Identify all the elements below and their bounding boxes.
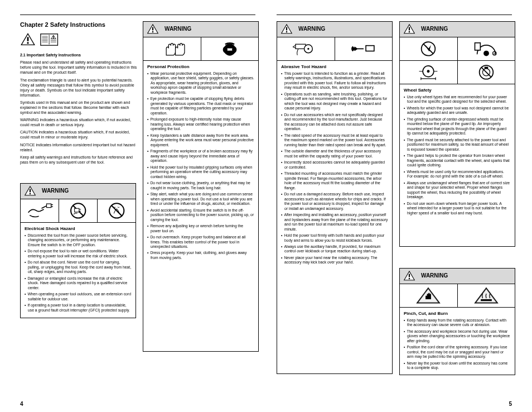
svg-rect-38 — [409, 27, 410, 30]
list-item: Incorrectly sized accessories cannot be … — [281, 160, 388, 170]
list-item: Do not expose the tool to rain or wet co… — [25, 249, 132, 258]
warning-box-personal: WARNING Personal Protection Wear persona… — [143, 21, 259, 352]
warning-header: WARNING — [143, 22, 258, 37]
list-item: Do not use a damaged accessory. Before e… — [281, 192, 388, 211]
warning-body: Electrical Shock Hazard Disconnect the t… — [21, 223, 136, 318]
pictogram-row — [21, 199, 136, 223]
list-item: Avoid accidental starting. Ensure the sw… — [147, 208, 254, 222]
intro-icon-row — [20, 32, 137, 48]
no-touch-plug-icon — [59, 199, 98, 222]
list-item: Do not wear loose clothing, jewelry, or … — [147, 181, 254, 190]
list-item: Always use undamaged wheel flanges that … — [404, 181, 511, 200]
warning-header: WARNING — [400, 269, 515, 284]
grinder-hands-icon — [277, 37, 335, 60]
pictogram-row — [277, 37, 392, 61]
list-item: Wheels for which the power tool was not … — [404, 106, 511, 116]
alert-triangle-icon — [403, 270, 415, 282]
list-item: Threaded mounting of accessories must ma… — [281, 171, 388, 190]
list-item: Use only wheel types that are recommende… — [404, 95, 511, 104]
guard-position-icon: 30 — [458, 37, 515, 60]
svg-rect-35 — [366, 46, 374, 51]
warning-label: WARNING — [298, 26, 325, 33]
list-item: Hold the power tool by insulated grippin… — [147, 165, 254, 179]
list-item: Damaged or entangled cords increase the … — [25, 276, 132, 290]
warning-label: WARNING — [165, 26, 191, 33]
svg-rect-16 — [74, 208, 79, 212]
svg-point-25 — [223, 46, 227, 52]
no-side-grind-icon — [458, 61, 515, 84]
alert-triangle-icon — [403, 23, 415, 35]
svg-rect-52 — [484, 67, 488, 69]
warning-box-abrasive: WARNING Abrasive Tool Hazard This power … — [277, 21, 393, 374]
warning-body: Pinch, Cut, and Burn Keep hands away fro… — [400, 308, 515, 375]
svg-rect-61 — [481, 299, 492, 301]
svg-rect-7 — [53, 36, 54, 37]
list-item: Hold the power tool firmly with both han… — [281, 233, 388, 243]
warning-label: WARNING — [42, 188, 69, 195]
hand-hazard-triangle-icon — [400, 284, 458, 307]
svg-point-39 — [409, 31, 410, 32]
svg-point-30 — [286, 31, 288, 32]
list-item: Always use the auxiliary handle, if prov… — [281, 245, 388, 254]
intro-p1: Please read and understand all safety an… — [20, 60, 137, 75]
gloves-icon — [143, 37, 201, 60]
pictogram-row: 30 — [400, 37, 515, 61]
svg-rect-13 — [46, 204, 51, 208]
list-item: Do not abuse the cord. Never use the cor… — [25, 260, 132, 274]
list-item: If operating a power tool in a damp loca… — [25, 303, 132, 313]
svg-point-33 — [308, 48, 309, 50]
list-item: After inspecting and installing an acces… — [281, 213, 388, 232]
intro-p7: Keep all safety warnings and instruction… — [20, 155, 137, 165]
svg-text:30: 30 — [493, 52, 496, 55]
list-item: Do not overreach. Keep proper footing an… — [147, 235, 254, 249]
list-item: Disconnect the tool from the power sourc… — [25, 233, 132, 247]
svg-point-56 — [409, 277, 410, 279]
no-broken-wheel-icon — [400, 37, 458, 60]
svg-point-48 — [427, 70, 430, 73]
list-item: Never lay the power tool down until the … — [404, 361, 511, 371]
warning-body-title: Wheel Safety — [404, 88, 511, 93]
svg-point-22 — [152, 31, 154, 32]
intro-text: 2.1 Important Safety Instructions Please… — [20, 52, 137, 165]
head-protection-icon — [201, 37, 259, 60]
svg-point-26 — [232, 46, 236, 52]
warning-body-title: Pinch, Cut, and Burn — [404, 311, 511, 317]
warning-box-electrical: WARNING Electrical Shock Hazard Disconne… — [20, 183, 136, 318]
list-item: When operating a power tool outdoors, us… — [25, 292, 132, 301]
no-wet-hands-icon — [98, 199, 136, 222]
intro-p5: CAUTION indicates a hazardous situation … — [20, 130, 137, 140]
warning-body-title: Personal Protection — [147, 64, 254, 70]
svg-rect-21 — [152, 27, 153, 30]
list-item: Do not use accessories which are not spe… — [281, 113, 388, 132]
list-item: Dress properly. Keep your hair, clothing… — [147, 251, 254, 260]
hot-surface-triangle-icon — [458, 284, 515, 307]
list-item: Prolonged exposure to high-intensity noi… — [147, 117, 254, 131]
rule-top-right — [277, 15, 512, 15]
intro-p4: WARNING indicates a hazardous situation … — [20, 117, 137, 127]
list-item: Position the cord clear of the spinning … — [404, 345, 511, 359]
svg-point-12 — [30, 193, 31, 194]
warning-body-title: Electrical Shock Hazard — [25, 226, 132, 232]
warning-body: Personal Protection Wear personal protec… — [143, 61, 258, 351]
intro-p6: NOTICE indicates information considered … — [20, 142, 137, 152]
svg-rect-44 — [475, 44, 480, 50]
intro-p2: The exclamation triangle is used to aler… — [20, 78, 137, 98]
warning-body: Wheel Safety Use only wheel types that a… — [400, 84, 515, 246]
alert-triangle-icon — [24, 185, 36, 197]
list-item: The guard helps to protect the operator … — [404, 154, 511, 167]
warning-box-wheel: WARNING 30 Wheel Safety Use only wheel t… — [399, 21, 515, 247]
intro-title: 2.1 Important Safety Instructions — [20, 52, 137, 58]
list-item: Keep hands away from the rotating access… — [404, 318, 511, 328]
warning-header: WARNING — [400, 22, 515, 37]
wheel-diameter-icon — [400, 61, 458, 84]
svg-rect-55 — [409, 274, 410, 277]
page-number-left: 4 — [20, 401, 23, 408]
warning-body: Abrasive Tool Hazard This power tool is … — [277, 61, 392, 373]
list-item: The rated speed of the accessory must be… — [281, 133, 388, 147]
list-item: Remove any adjusting key or wrench befor… — [147, 224, 254, 233]
warning-header: WARNING — [277, 22, 392, 37]
page-number-right: 5 — [509, 401, 512, 408]
list-item: Keep bystanders a safe distance away fro… — [147, 133, 254, 147]
svg-line-18 — [111, 205, 122, 217]
list-item: Wheels must be used only for recommended… — [404, 170, 511, 179]
